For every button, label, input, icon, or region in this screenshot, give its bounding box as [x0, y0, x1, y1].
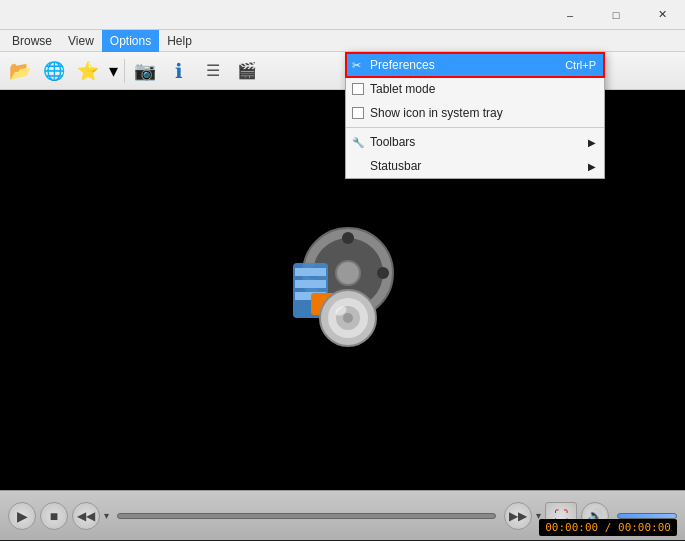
media-logo — [273, 213, 413, 353]
title-bar: – □ ✕ — [0, 0, 685, 30]
toolbar-info-button[interactable]: ℹ — [163, 56, 195, 86]
menu-item-preferences[interactable]: ✂ Preferences Ctrl+P — [346, 53, 604, 77]
svg-point-15 — [343, 313, 353, 323]
toolbar-favorites-dropdown[interactable]: ▾ — [106, 56, 120, 86]
svg-rect-9 — [295, 280, 326, 288]
toolbars-arrow: ▶ — [588, 137, 596, 148]
toolbar-playlist-button[interactable]: ☰ — [197, 56, 229, 86]
toolbar-separator-1 — [124, 59, 125, 83]
menu-help[interactable]: Help — [159, 30, 200, 52]
progress-bar[interactable] — [117, 513, 496, 519]
toolbar-snapshot-button[interactable]: 📷 — [129, 56, 161, 86]
menu-view[interactable]: View — [60, 30, 102, 52]
tablet-mode-checkbox[interactable] — [352, 83, 364, 95]
forward-button[interactable]: ▶▶ — [504, 502, 532, 530]
rewind-dropdown[interactable]: ▾ — [104, 510, 109, 521]
minimize-button[interactable]: – — [547, 0, 593, 30]
controls-bar: ▶ ■ ◀◀ ▾ ▶▶ ▾ ⛶ 🔊 00:00:00 / 00:00:00 — [0, 490, 685, 540]
rewind-button[interactable]: ◀◀ — [72, 502, 100, 530]
system-tray-checkbox[interactable] — [352, 107, 364, 119]
toolbar-favorites-button[interactable]: ⭐ — [72, 56, 104, 86]
svg-rect-8 — [295, 268, 326, 276]
menu-item-system-tray[interactable]: Show icon in system tray — [346, 101, 604, 125]
svg-point-3 — [342, 232, 354, 244]
toolbars-label: Toolbars — [370, 135, 415, 149]
statusbar-label: Statusbar — [370, 159, 421, 173]
toolbar-open-button[interactable]: 📂 — [4, 56, 36, 86]
time-display: 00:00:00 / 00:00:00 — [539, 519, 677, 536]
toolbar-media-button[interactable]: 🎬 — [231, 56, 263, 86]
preferences-label: Preferences — [370, 58, 435, 72]
menu-browse[interactable]: Browse — [4, 30, 60, 52]
play-button[interactable]: ▶ — [8, 502, 36, 530]
menu-item-tablet-mode[interactable]: Tablet mode — [346, 77, 604, 101]
preferences-icon: ✂ — [352, 59, 361, 72]
volume-bar[interactable] — [617, 513, 677, 519]
menu-bar: Browse View Options Help — [0, 30, 685, 52]
statusbar-arrow: ▶ — [588, 161, 596, 172]
close-button[interactable]: ✕ — [639, 0, 685, 30]
preferences-shortcut: Ctrl+P — [565, 59, 596, 71]
menu-options[interactable]: Options — [102, 30, 159, 52]
title-bar-buttons: – □ ✕ — [547, 0, 685, 30]
toolbars-icon: 🔧 — [352, 137, 364, 148]
stop-button[interactable]: ■ — [40, 502, 68, 530]
dropdown-separator — [346, 127, 604, 128]
tablet-mode-label: Tablet mode — [370, 82, 435, 96]
svg-point-6 — [377, 267, 389, 279]
menu-item-toolbars[interactable]: 🔧 Toolbars ▶ — [346, 130, 604, 154]
system-tray-label: Show icon in system tray — [370, 106, 503, 120]
maximize-button[interactable]: □ — [593, 0, 639, 30]
options-dropdown-menu: ✂ Preferences Ctrl+P Tablet mode Show ic… — [345, 52, 605, 179]
menu-item-statusbar[interactable]: Statusbar ▶ — [346, 154, 604, 178]
svg-point-2 — [336, 261, 360, 285]
toolbar-internet-button[interactable]: 🌐 — [38, 56, 70, 86]
